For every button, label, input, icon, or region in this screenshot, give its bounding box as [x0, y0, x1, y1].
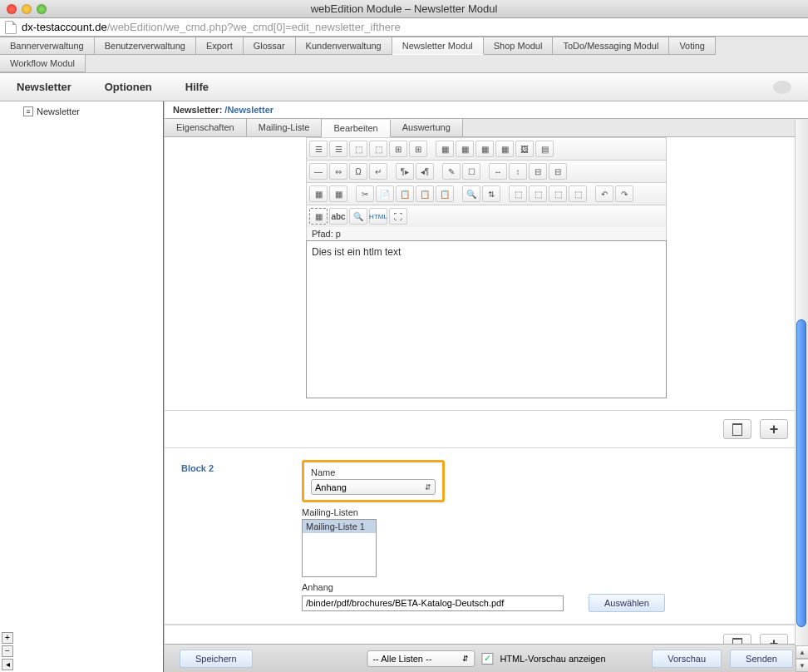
- rte-paste-special-icon[interactable]: 📋: [416, 185, 434, 202]
- rte-btn[interactable]: ⊞: [389, 141, 407, 157]
- rte-paste-word-icon[interactable]: 📋: [436, 185, 454, 202]
- module-tab[interactable]: Bannerverwaltung: [0, 37, 95, 55]
- rte-redo-icon[interactable]: ↷: [615, 185, 633, 202]
- anhang-label: Anhang: [302, 582, 800, 592]
- menu-hilfe[interactable]: Hilfe: [185, 81, 209, 93]
- rte-btn[interactable]: ⊞: [409, 141, 427, 157]
- sub-tab[interactable]: Auswertung: [391, 119, 463, 136]
- rte-ltr-icon[interactable]: ¶▸: [396, 163, 414, 180]
- sidebar-collapse-button[interactable]: −: [2, 645, 13, 657]
- module-tab[interactable]: Voting: [669, 37, 716, 55]
- scrollbar-up-arrow[interactable]: ▲: [796, 645, 808, 659]
- module-tab[interactable]: Export: [196, 37, 244, 55]
- module-tab[interactable]: Workflow Modul: [0, 55, 86, 72]
- rte-undo-icon[interactable]: ↶: [595, 185, 613, 202]
- mailing-list-option[interactable]: Mailing-Liste 1: [303, 520, 376, 533]
- save-button[interactable]: Speichern: [180, 650, 253, 668]
- rte-hr-icon[interactable]: —: [309, 163, 328, 180]
- chevron-updown-icon: ⇵: [425, 483, 431, 492]
- rte-btn[interactable]: ⬚: [509, 185, 527, 202]
- rte-source-icon[interactable]: HTML: [369, 208, 387, 225]
- rte-btn[interactable]: ⬚: [549, 185, 567, 202]
- window-titlebar: webEdition Module – Newsletter Modul: [0, 0, 808, 18]
- address-host: dx-testaccount.de: [22, 21, 107, 33]
- menu-optionen[interactable]: Optionen: [105, 81, 152, 93]
- rte-zoom-icon[interactable]: 🔍: [349, 208, 367, 225]
- sub-tab[interactable]: Mailing-Liste: [247, 119, 323, 136]
- sidebar-tree: ≡ Newsletter: [0, 101, 164, 672]
- scrollbar[interactable]: ▲ ▼: [795, 120, 808, 672]
- list-filter-select[interactable]: -- Alle Listen -- ⇵: [367, 650, 475, 667]
- rte-showblocks-icon[interactable]: ▦: [309, 208, 328, 225]
- scrollbar-thumb[interactable]: [796, 319, 806, 627]
- menu-newsletter[interactable]: Newsletter: [17, 81, 71, 93]
- rte-edit-icon[interactable]: ✎: [442, 163, 461, 180]
- rte-btn[interactable]: ⊟: [529, 163, 547, 180]
- rte-btn[interactable]: ▦: [456, 141, 474, 157]
- rte-btn[interactable]: ▦: [329, 185, 347, 202]
- block2-title: Block 2: [173, 460, 302, 612]
- rte-block: ☰ ☰ ⬚ ⬚ ⊞ ⊞ ▦ ▦ ▦ ▦ 🖼 ▤: [306, 137, 667, 398]
- delete-block-button[interactable]: [723, 419, 751, 439]
- module-tab[interactable]: ToDo/Messaging Modul: [553, 37, 669, 55]
- sidebar-expand-button[interactable]: +: [2, 632, 13, 644]
- zoom-window-button[interactable]: [37, 4, 47, 14]
- rte-btn[interactable]: ▦: [495, 141, 514, 157]
- module-tabs: BannerverwaltungBenutzerverwaltungExport…: [0, 37, 808, 73]
- module-tab[interactable]: Newsletter Modul: [392, 37, 484, 55]
- rte-btn[interactable]: ▦: [475, 141, 494, 157]
- rte-link-icon[interactable]: ⇔: [329, 163, 347, 180]
- rte-omega-icon[interactable]: Ω: [349, 163, 367, 180]
- comment-icon[interactable]: [773, 81, 791, 94]
- sub-tab[interactable]: Eigenschaften: [165, 119, 247, 136]
- add-block-button[interactable]: +: [760, 419, 788, 439]
- chevron-updown-icon: ⇵: [462, 655, 469, 663]
- rte-fullscreen-icon[interactable]: ⛶: [389, 208, 407, 225]
- block2-name-select[interactable]: Anhang ⇵: [311, 479, 436, 495]
- send-button[interactable]: Senden: [730, 650, 793, 668]
- rte-content-area[interactable]: Dies ist ein htlm text: [306, 240, 667, 398]
- preview-button[interactable]: Vorschau: [652, 650, 722, 668]
- module-tab[interactable]: Glossar: [244, 37, 296, 55]
- html-preview-checkbox[interactable]: ✓: [481, 653, 493, 665]
- rte-rtl-icon[interactable]: ◂¶: [416, 163, 434, 180]
- trash-icon: [732, 423, 742, 436]
- rte-btn[interactable]: ▤: [535, 141, 554, 157]
- rte-spellcheck-icon[interactable]: abc: [329, 208, 347, 225]
- rte-cut-icon[interactable]: ✂: [356, 185, 374, 202]
- sidebar-controls: + − ◂: [0, 630, 17, 672]
- rte-btn[interactable]: ☰: [309, 141, 328, 157]
- module-tab[interactable]: Benutzerverwaltung: [95, 37, 196, 55]
- select-file-button[interactable]: Auswählen: [589, 594, 665, 612]
- rte-image-icon[interactable]: 🖼: [515, 141, 534, 157]
- rte-btn[interactable]: ⬚: [529, 185, 547, 202]
- rte-btn[interactable]: ▦: [309, 185, 328, 202]
- module-tab[interactable]: Shop Modul: [484, 37, 554, 55]
- module-tab[interactable]: Kundenverwaltung: [296, 37, 392, 55]
- rte-btn[interactable]: ↔: [489, 163, 507, 180]
- rte-btn[interactable]: ☐: [462, 163, 480, 180]
- rte-paste-icon[interactable]: 📋: [396, 185, 414, 202]
- block2-mailing-listbox[interactable]: Mailing-Liste 1: [302, 519, 377, 577]
- sidebar-hide-button[interactable]: ◂: [2, 659, 13, 670]
- rte-path-bar: Pfad: p: [306, 227, 667, 240]
- rte-btn[interactable]: ⬚: [369, 141, 387, 157]
- rte-btn[interactable]: ▦: [436, 141, 454, 157]
- rte-copy-icon[interactable]: 📄: [376, 185, 394, 202]
- rte-btn[interactable]: ☰: [329, 141, 347, 157]
- rte-btn[interactable]: ↕: [509, 163, 527, 180]
- rte-btn[interactable]: ⬚: [349, 141, 367, 157]
- rte-return-icon[interactable]: ↵: [369, 163, 387, 180]
- content-scroll[interactable]: ☰ ☰ ⬚ ⬚ ⊞ ⊞ ▦ ▦ ▦ ▦ 🖼 ▤: [165, 137, 808, 672]
- block2-anhang-input[interactable]: [302, 595, 564, 611]
- rte-find-icon[interactable]: 🔍: [462, 185, 480, 202]
- scrollbar-down-arrow[interactable]: ▼: [796, 659, 808, 672]
- rte-btn[interactable]: ⊟: [549, 163, 567, 180]
- tree-item-newsletter[interactable]: ≡ Newsletter: [23, 106, 158, 116]
- minimize-window-button[interactable]: [22, 4, 32, 14]
- close-window-button[interactable]: [7, 4, 17, 14]
- rte-btn[interactable]: ⬚: [569, 185, 587, 202]
- rte-toolbar-row3: ▦ ▦ ✂ 📄 📋 📋 📋 🔍 ⇅ ⬚ ⬚ ⬚: [306, 182, 667, 205]
- sub-tab[interactable]: Bearbeiten: [322, 120, 390, 137]
- rte-replace-icon[interactable]: ⇅: [482, 185, 500, 202]
